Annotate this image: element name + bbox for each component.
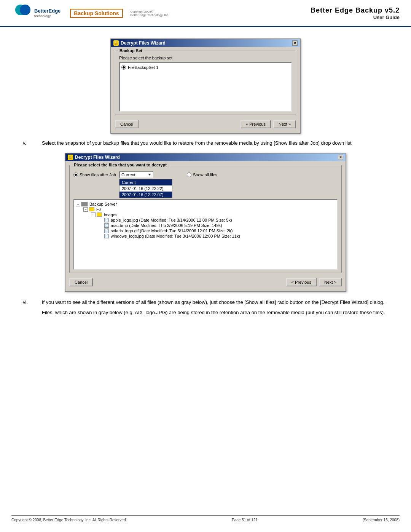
dialog2-close-button[interactable]: × — [338, 155, 343, 160]
backup-set-prompt: Please select the backup set: — [119, 56, 292, 60]
dialog2-wrapper: 🔐 Decrypt Files Wizard × Please select t… — [65, 153, 346, 292]
tree-file-2: 📄 mac.bmp (Date Modified: Thu 2/9/2006 5… — [76, 223, 335, 228]
tree-expand-drive[interactable]: − — [83, 207, 88, 212]
file-select-prompt: Please select the files that you want to… — [73, 163, 168, 167]
file-icon-4: 📄 — [104, 234, 109, 238]
dialog2-cancel-button[interactable]: Cancel — [69, 278, 93, 286]
app-subtitle: User Guide — [311, 14, 400, 20]
file-icon-2: 📄 — [104, 223, 109, 228]
file-tree[interactable]: − Backup Server − F:\ — [73, 199, 338, 270]
dialog2-titlebar-left: 🔐 Decrypt Files Wizard — [68, 155, 120, 160]
tree-drive-label: F:\ — [96, 207, 101, 212]
dropdown-arrow-icon — [148, 174, 151, 176]
show-all-files-group: Show all files — [187, 173, 217, 177]
tree-expand-server[interactable]: − — [76, 202, 80, 206]
file-icon-3: 📄 — [104, 228, 109, 233]
tree-server-label: Backup Server — [89, 202, 117, 206]
dialog2-title-text: Decrypt Files Wizard — [75, 155, 120, 160]
dialog2-titlebar: 🔐 Decrypt Files Wizard × — [65, 153, 346, 161]
brand-tech: technology — [34, 14, 61, 18]
tree-file-1: 📄 apple_logo.jpg (Date Modified: Tue 3/1… — [76, 217, 335, 223]
backup-set-content: Please select the backup set: FileBackup… — [119, 56, 292, 112]
dialog1-buttons: Cancel « Previous Next » — [115, 118, 296, 129]
header-copyright-small2: Better Edge Technology, Inc. — [131, 13, 169, 17]
dialog2-title-icon: 🔐 — [68, 155, 73, 160]
dialog1-cancel-button[interactable]: Cancel — [115, 120, 139, 128]
show-after-job-radio[interactable] — [73, 173, 78, 177]
footer: Copyright © 2008, Better Edge Technology… — [11, 515, 400, 524]
dropdown-option-current[interactable]: Current — [119, 179, 172, 185]
dialog1-titlebar: 🔐 Decrypt Files Wizard × — [111, 39, 300, 47]
logo-icon — [11, 5, 30, 22]
backup-set-item[interactable]: FileBackupSet-1 — [121, 64, 290, 70]
show-after-job-radio-group: Show files after Job — [73, 173, 116, 177]
dialog1-titlebar-left: 🔐 Decrypt Files Wizard — [113, 40, 166, 46]
dialog1-previous-button[interactable]: « Previous — [241, 120, 271, 128]
dialog2: 🔐 Decrypt Files Wizard × Please select t… — [65, 153, 346, 292]
tree-expand-folder[interactable]: − — [91, 212, 96, 217]
tree-file-3: 📄 solaris_logo.gif (Date Modified: Tue 3… — [76, 228, 335, 233]
dialog1-title-icon: 🔐 — [113, 40, 119, 46]
backup-set-item-label: FileBackupSet-1 — [128, 65, 159, 70]
step-v: v. Select the snapshot of your backup fi… — [23, 139, 388, 147]
step-vi-content: If you want to see all the different ver… — [42, 299, 388, 316]
dropdown-option-1[interactable]: 2007-01-16 (12:22:22) — [119, 185, 172, 192]
tree-file-2-label: mac.bmp (Date Modified: Thu 2/9/2006 5:1… — [111, 223, 222, 228]
drive-icon — [89, 207, 94, 211]
dropdown-options-list: Current 2007-01-16 (12:22:22) 2007-01-16… — [119, 179, 172, 198]
show-all-label: Show all files — [193, 173, 217, 177]
step-vi-label: vi. — [23, 299, 34, 316]
header: BetterEdge technology Backup Solutions C… — [0, 0, 411, 27]
tree-folder: − images — [76, 212, 335, 217]
snapshot-dropdown[interactable]: Current — [119, 171, 153, 178]
dialog1-body: Backup Set Please select the backup set:… — [111, 47, 300, 133]
step-v-label: v. — [23, 139, 34, 147]
dialog1-title-text: Decrypt Files Wizard — [121, 40, 166, 46]
server-icon — [81, 202, 88, 206]
backup-set-groupbox: Backup Set Please select the backup set:… — [115, 51, 296, 115]
step-vi-text1: If you want to see all the different ver… — [42, 299, 388, 306]
dialog1-wrapper: 🔐 Decrypt Files Wizard × Backup Set Plea… — [110, 38, 301, 134]
backup-set-radio[interactable] — [121, 65, 126, 70]
file-icon-1: 📄 — [104, 218, 109, 222]
tree-folder-label: images — [104, 212, 117, 217]
footer-copyright: Copyright © 2008, Better Edge Technology… — [11, 518, 127, 522]
dropdown-current-value: Current — [121, 173, 135, 177]
file-select-groupbox: Please select the files that you want to… — [69, 165, 342, 273]
backup-solutions-badge: Backup Solutions — [70, 9, 123, 18]
show-all-radio[interactable] — [187, 173, 191, 177]
backup-set-label: Backup Set — [118, 48, 143, 53]
header-copyright-small: Copyright 2008© — [131, 10, 169, 13]
dialog1-close-button[interactable]: × — [292, 40, 298, 46]
dropdown-wrapper: Current Current 2007-01-16 (12:22:22) 20… — [119, 171, 153, 178]
tree-server: − Backup Server — [76, 201, 335, 207]
folder-icon — [97, 212, 102, 217]
footer-page: Page 51 of 121 — [232, 518, 258, 522]
main-content: 🔐 Decrypt Files Wizard × Backup Set Plea… — [0, 27, 411, 330]
toolbar-row: Show files after Job Current — [73, 171, 338, 178]
logo-circle-blue — [20, 5, 30, 15]
dialog1: 🔐 Decrypt Files Wizard × Backup Set Plea… — [110, 38, 301, 134]
backup-set-listbox[interactable]: FileBackupSet-1 — [119, 62, 292, 112]
file-select-content: Show files after Job Current — [73, 171, 338, 270]
show-after-job-label: Show files after Job — [80, 173, 116, 177]
backup-solutions-label: Backup Solutions — [74, 10, 119, 16]
tree-drive: − F:\ — [76, 207, 335, 212]
dialog2-body: Please select the files that you want to… — [65, 161, 346, 291]
tree-file-4-label: windows_logo.jpg (Date Modified: Tue 3/1… — [111, 234, 240, 238]
step-vi-text2: Files, which are shown in gray below (e.… — [42, 309, 388, 316]
dialog1-next-button[interactable]: Next » — [273, 120, 296, 128]
logo-text: BetterEdge technology — [34, 8, 61, 18]
step-vi: vi. If you want to see all the different… — [23, 299, 388, 316]
app-title: Better Edge Backup v5.2 — [311, 6, 400, 14]
dialog2-previous-button[interactable]: < Previous — [286, 278, 317, 286]
tree-file-4: 📄 windows_logo.jpg (Date Modified: Tue 3… — [76, 233, 335, 239]
footer-date: (September 16, 2008) — [363, 518, 400, 522]
dialog2-next-button[interactable]: Next > — [319, 278, 342, 286]
dialog2-buttons: Cancel < Previous Next > — [69, 276, 342, 287]
header-title-area: Better Edge Backup v5.2 User Guide — [311, 6, 400, 20]
tree-file-3-label: solaris_logo.gif (Date Modified: Tue 3/1… — [111, 228, 233, 233]
step-v-text: Select the snapshot of your backup files… — [42, 139, 388, 147]
logo-area: BetterEdge technology Backup Solutions C… — [11, 5, 169, 22]
dropdown-option-2[interactable]: 2007-01-16 (12:22:07) — [119, 192, 172, 198]
